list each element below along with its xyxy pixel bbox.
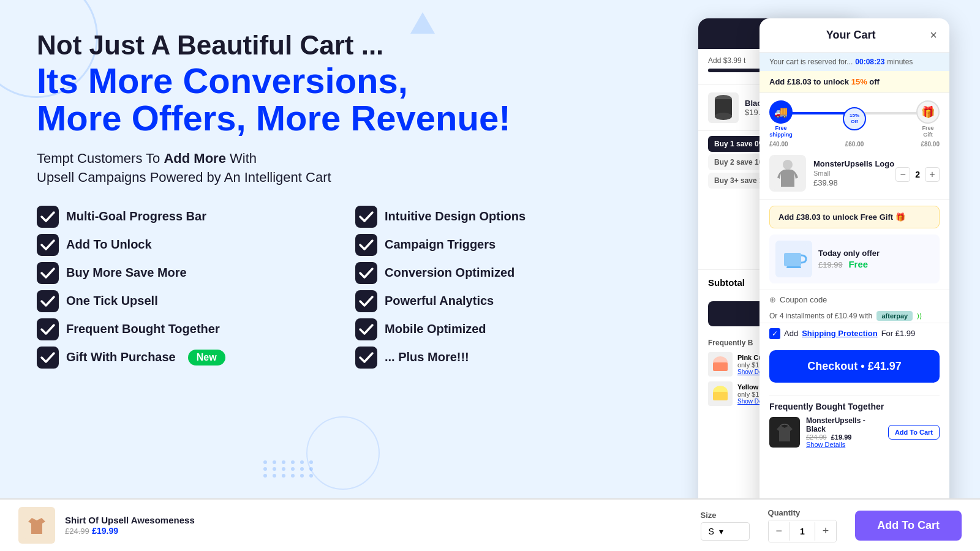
cart-qty-value: 2	[915, 170, 920, 179]
svg-rect-7	[355, 290, 377, 312]
check-icon-4	[37, 290, 59, 312]
milestone-val-3: £80.00	[921, 141, 940, 148]
coupon-row: ⊕ Coupon code	[760, 290, 949, 309]
fbt-section: Frequently Bought Together MonsterUpsell…	[760, 389, 949, 459]
svg-rect-22	[784, 253, 801, 266]
timer-suffix: minutes	[887, 58, 913, 66]
fbt-front-item: MonsterUpsells - Black £24.99 £19.99 Sho…	[769, 416, 940, 448]
sticky-product-img	[18, 507, 55, 544]
sticky-bar: Shirt Of Upsell Awesomeness £24.99 £19.9…	[0, 498, 980, 551]
feature-label-r4: Powerful Analytics	[385, 294, 494, 308]
sticky-qty-section: Quantity − 1 +	[768, 508, 837, 542]
check-icon-r1	[355, 206, 377, 228]
feature-item-6: Gift With Purchase New	[37, 347, 331, 369]
sticky-size-label: Size	[701, 511, 717, 520]
left-panel: Not Just A Beautiful Cart ... Its More C…	[0, 0, 686, 551]
sticky-qty-minus-button[interactable]: −	[769, 520, 790, 542]
shipping-protection-link[interactable]: Shipping Protection	[802, 329, 878, 338]
feature-item-1: Multi-Goal Progress Bar	[37, 206, 331, 228]
shipping-protection-row: ✓ Add Shipping Protection For £1.99	[760, 323, 949, 344]
cart-item-details: MonsterUpsells Logo Small £39.98	[813, 159, 895, 187]
fbt-price-new: £19.99	[831, 433, 852, 441]
new-badge: New	[188, 350, 225, 365]
sticky-size-value: S	[709, 527, 714, 536]
cart-item: MonsterUpsells Logo Small £39.98 − 2 +	[760, 148, 949, 200]
fbt-front-item-name: MonsterUpsells - Black	[806, 416, 882, 433]
unlock-gift-bar: Add £38.03 to unlock Free Gift 🎁	[769, 206, 940, 228]
sticky-size-select[interactable]: S ▾	[701, 522, 750, 541]
cart-timer-bar: Your cart is reserved for... 00:08:23 mi…	[760, 53, 949, 71]
sticky-add-to-cart-button[interactable]: Add To Cart	[855, 511, 962, 541]
svg-rect-9	[355, 318, 377, 340]
afterpay-badge: afterpay	[876, 311, 913, 321]
installments-row: Or 4 installments of £10.49 with afterpa…	[760, 309, 949, 323]
checkout-button[interactable]: Checkout • £41.97	[769, 350, 940, 383]
today-offer: Today only offer £19.99 Free	[769, 234, 940, 283]
sticky-price-old: £24.99	[65, 527, 89, 536]
milestone-values: £40.00 £60.00 £80.00	[769, 138, 940, 148]
milestone-node-1: 🚚 Freeshipping	[769, 100, 793, 138]
cart-qty-minus-button[interactable]: −	[895, 167, 910, 182]
feature-label-3: Buy More Save More	[66, 266, 187, 280]
fbt-front-prices: £24.99 £19.99	[806, 433, 882, 441]
feature-item-r5: Mobile Optimized	[355, 318, 649, 340]
cart-qty-plus-button[interactable]: +	[925, 167, 940, 182]
svg-rect-1	[355, 206, 377, 228]
sticky-qty-value: 1	[790, 522, 815, 541]
timer-value: 00:08:23	[855, 58, 884, 66]
svg-rect-10	[37, 347, 59, 369]
fbt-item-img-1	[708, 352, 733, 377]
check-icon-2	[37, 234, 59, 256]
milestone-track-container: 🚚 Freeshipping 15%Off 🎁 FreeGift	[760, 93, 949, 148]
feature-label-r2: Campaign Triggers	[385, 238, 496, 252]
feature-item-r2: Campaign Triggers	[355, 234, 649, 256]
svg-rect-3	[355, 234, 377, 256]
sticky-qty-plus-button[interactable]: +	[815, 520, 837, 542]
cart-panel-front: Your Cart × Your cart is reserved for...…	[760, 18, 949, 539]
feature-item-r1: Intuitive Design Options	[355, 206, 649, 228]
qty-control: − 1 +	[768, 520, 837, 542]
feature-item-r3: Conversion Optimized	[355, 262, 649, 284]
today-offer-image	[775, 241, 812, 277]
svg-rect-5	[355, 262, 377, 284]
milestone-circle-2: 15%Off	[843, 107, 866, 130]
svg-rect-18	[713, 392, 728, 400]
svg-point-20	[783, 160, 793, 170]
coupon-icon: ⊕	[769, 295, 776, 304]
cart-close-button[interactable]: ×	[930, 28, 937, 42]
feature-label-4: One Tick Upsell	[66, 294, 158, 308]
svg-rect-11	[355, 347, 377, 369]
milestone-circle-1: 🚚	[769, 100, 793, 124]
check-icon-6	[37, 347, 59, 369]
fbt-show-details[interactable]: Show Details	[806, 441, 882, 448]
check-icon-r3	[355, 262, 377, 284]
fbt-add-to-cart-button[interactable]: Add To Cart	[888, 425, 940, 440]
feature-label-r1: Intuitive Design Options	[385, 209, 526, 223]
cart-item-image	[769, 155, 806, 192]
headline-blue: Its More Conversions, More Offers, More …	[37, 62, 649, 137]
subtitle: Tempt Customers To Add More With Upsell …	[37, 149, 649, 187]
sticky-product-info: Shirt Of Upsell Awesomeness £24.99 £19.9…	[65, 515, 701, 536]
feature-item-5: Frequent Bought Together	[37, 318, 331, 340]
headline-black: Not Just A Beautiful Cart ...	[37, 31, 649, 60]
check-icon-r5	[355, 318, 377, 340]
main-layout: Not Just A Beautiful Cart ... Its More C…	[0, 0, 980, 551]
fbt-section-title: Frequently Bought Together	[769, 395, 940, 411]
coupon-label[interactable]: Coupon code	[780, 295, 827, 304]
shipping-protection-checkbox[interactable]: ✓	[769, 328, 780, 339]
feature-item-2: Add To Unlock	[37, 234, 331, 256]
sticky-product-name: Shirt Of Upsell Awesomeness	[65, 515, 701, 525]
check-icon-r4	[355, 290, 377, 312]
cart-item-qty: − 2 +	[895, 167, 940, 182]
right-panel: You Add $3.99 t Black C $19	[686, 0, 980, 551]
svg-rect-6	[37, 290, 59, 312]
check-icon-5	[37, 318, 59, 340]
today-offer-title: Today only offer	[818, 249, 880, 258]
svg-point-14	[715, 113, 732, 120]
check-icon-r2	[355, 234, 377, 256]
cart-item-name: MonsterUpsells Logo	[813, 159, 895, 170]
cart-unlock-bar: Add £18.03 to unlock 15% off	[760, 71, 949, 93]
cart-front-header: Your Cart ×	[760, 18, 949, 53]
check-icon-3	[37, 262, 59, 284]
feature-label-r3: Conversion Optimized	[385, 266, 514, 280]
